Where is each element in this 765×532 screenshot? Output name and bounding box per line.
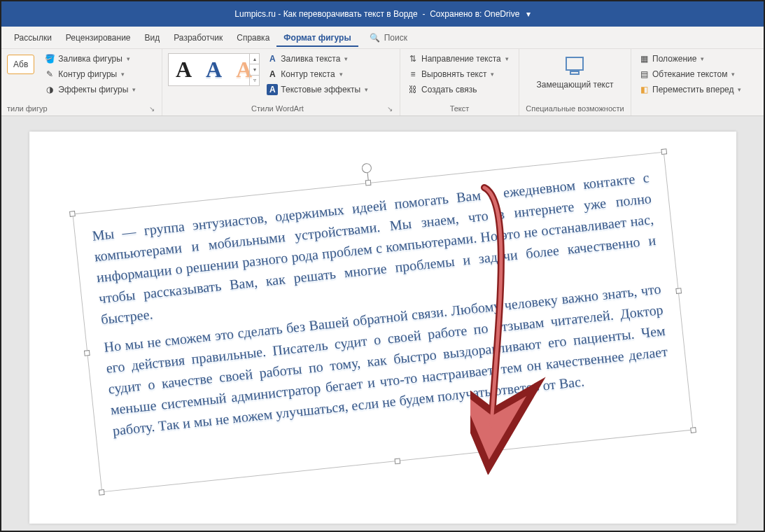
resize-handle-tl[interactable]	[69, 211, 76, 217]
align-text-icon: ≡	[407, 69, 419, 80]
ribbon: Абв 🪣 Заливка фигуры▾ ✎ Контур фигуры▾ ◑…	[1, 49, 764, 116]
text-direction-button[interactable]: ⇅ Направление текста▾	[406, 52, 510, 66]
shape-outline-button[interactable]: ✎ Контур фигуры▾	[43, 67, 137, 81]
link-icon: ⛓	[407, 84, 419, 95]
svg-rect-0	[566, 57, 583, 70]
paint-bucket-icon: 🪣	[44, 53, 55, 64]
tab-help[interactable]: Справка	[230, 29, 276, 47]
alt-text-button[interactable]: Замещающий текст	[530, 52, 621, 92]
wordart-style-2[interactable]: A	[206, 57, 222, 83]
group-accessibility: Замещающий текст Специальные возможности	[519, 49, 631, 115]
chevron-down-icon[interactable]: ▾	[526, 9, 531, 19]
chevron-down-icon: ▾	[339, 71, 343, 78]
shape-fill-button[interactable]: 🪣 Заливка фигуры▾	[43, 52, 137, 66]
text-effects-icon: A	[267, 84, 278, 95]
text-fill-icon: A	[267, 53, 278, 64]
chevron-down-icon: ▾	[491, 71, 494, 78]
text-outline-button[interactable]: A Контур текста▾	[265, 67, 370, 81]
wordart-gallery[interactable]: A A A ▴▾▿	[168, 53, 260, 86]
group-label-wordart: Стили WordArt	[168, 103, 387, 114]
ribbon-tabs: Рассылки Рецензирование Вид Разработчик …	[1, 27, 764, 49]
document-area: Мы — группа энтузиастов, одержимых идеей…	[1, 116, 764, 531]
alt-text-icon	[563, 55, 586, 77]
tab-developer[interactable]: Разработчик	[167, 29, 230, 47]
group-label-arrange	[637, 111, 758, 114]
dialog-launcher-icon[interactable]: ↘	[387, 105, 394, 113]
tab-mailings[interactable]: Рассылки	[7, 29, 59, 47]
chevron-down-icon: ▾	[121, 71, 125, 78]
tab-review[interactable]: Рецензирование	[59, 29, 138, 47]
document-title: Lumpics.ru - Как переворачивать текст в …	[234, 9, 530, 19]
text-box-shape[interactable]: Мы — группа энтузиастов, одержимых идеей…	[72, 152, 693, 493]
pen-outline-icon: ✎	[44, 69, 55, 80]
chevron-down-icon: ▾	[132, 86, 136, 93]
chevron-down-icon: ▾	[365, 86, 368, 93]
page[interactable]: Мы — группа энтузиастов, одержимых идеей…	[29, 132, 736, 524]
tab-shape-format[interactable]: Формат фигуры	[276, 29, 358, 47]
group-wordart-styles: A A A ▴▾▿ A Заливка текста▾ A Контур тек…	[162, 49, 400, 115]
resize-handle-rm[interactable]	[675, 288, 682, 294]
bring-forward-icon: ◧	[638, 84, 650, 95]
tab-view[interactable]: Вид	[138, 29, 167, 47]
group-shape-styles: Абв 🪣 Заливка фигуры▾ ✎ Контур фигуры▾ ◑…	[1, 49, 162, 115]
create-link-button[interactable]: ⛓ Создать связь	[406, 83, 510, 97]
align-text-button[interactable]: ≡ Выровнять текст▾	[406, 67, 510, 81]
resize-handle-bm[interactable]	[394, 458, 400, 465]
chevron-down-icon: ▾	[344, 55, 348, 62]
search-icon: 🔍	[370, 33, 380, 43]
position-button[interactable]: ▦ Положение▾	[637, 52, 743, 66]
position-icon: ▦	[638, 53, 650, 64]
text-outline-icon: A	[267, 69, 278, 80]
shape-style-sample[interactable]: Абв	[7, 55, 34, 74]
chevron-down-icon: ▾	[731, 71, 735, 78]
shape-effects-button[interactable]: ◑ Эффекты фигуры▾	[43, 83, 137, 97]
resize-handle-br[interactable]	[690, 427, 696, 433]
chevron-down-icon: ▾	[505, 55, 509, 62]
resize-handle-bl[interactable]	[98, 489, 104, 496]
text-effects-button[interactable]: A Текстовые эффекты▾	[265, 83, 370, 97]
resize-handle-lm[interactable]	[83, 350, 90, 356]
wrap-text-icon: ▤	[638, 69, 650, 80]
dialog-launcher-icon[interactable]: ↘	[149, 105, 156, 113]
group-label-accessibility: Специальные возможности	[525, 103, 625, 114]
chevron-down-icon: ▾	[738, 86, 741, 93]
tell-me-search[interactable]: 🔍 Поиск	[370, 33, 407, 43]
chevron-down-icon: ▾	[701, 55, 704, 62]
wrap-text-button[interactable]: ▤ Обтекание текстом▾	[637, 67, 743, 81]
text-direction-icon: ⇅	[407, 53, 419, 64]
bring-forward-button[interactable]: ◧ Переместить вперед▾	[637, 83, 743, 97]
effects-icon: ◑	[44, 84, 55, 95]
resize-handle-tm[interactable]	[365, 180, 371, 186]
gallery-scroll[interactable]: ▴▾▿	[249, 54, 259, 85]
group-text: ⇅ Направление текста▾ ≡ Выровнять текст▾…	[400, 49, 519, 115]
rotation-stem	[367, 173, 368, 180]
group-label-shape-styles: тили фигур	[7, 103, 48, 114]
text-fill-button[interactable]: A Заливка текста▾	[265, 52, 370, 66]
rotation-handle[interactable]	[361, 163, 372, 174]
resize-handle-tr[interactable]	[661, 148, 667, 155]
title-bar: Lumpics.ru - Как переворачивать текст в …	[1, 1, 764, 27]
group-label-text: Текст	[406, 103, 513, 114]
group-arrange: ▦ Положение▾ ▤ Обтекание текстом▾ ◧ Пере…	[631, 49, 764, 115]
text-box-content[interactable]: Мы — группа энтузиастов, одержимых идеей…	[91, 167, 671, 441]
wordart-style-1[interactable]: A	[176, 57, 192, 83]
chevron-down-icon: ▾	[127, 55, 130, 62]
svg-rect-1	[570, 71, 579, 74]
